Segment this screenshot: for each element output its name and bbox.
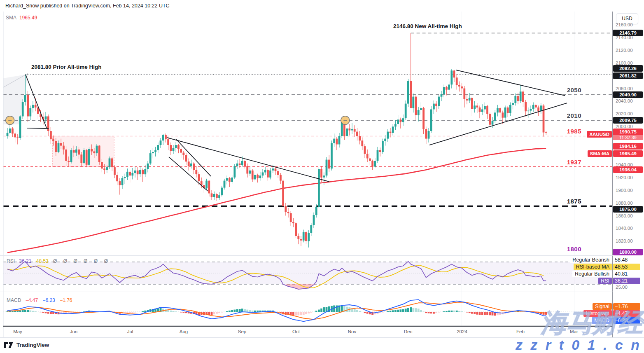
new-ath-annotation: 2146.80 New All-time High (393, 23, 462, 29)
macd-row-value-−6.23: −6.23 (613, 317, 640, 324)
rsi-row-value-40.81: 40.81 (613, 271, 640, 277)
rsi-row-label-regular-bearish: Regular Bearish (570, 257, 612, 263)
price-tick-1820: 1820.00 (616, 238, 633, 243)
price-badge-1965.49: 1965.49 (613, 150, 643, 157)
price-badge-2146.79: 2146.79 (613, 30, 643, 36)
tradingview-chart-page: Richard_Snow published on TradingView.co… (0, 0, 644, 353)
price-badge-1800.00: 1800.00 (613, 249, 643, 255)
macd-row-value-−1.76: −1.76 (613, 303, 640, 310)
price-tick-1880: 1880.00 (616, 201, 633, 206)
rsi-row-label-rsi-based-ma: RSI-based MA (574, 264, 612, 270)
time-label-Nov: Nov (348, 329, 356, 334)
rsi-ma-value: 48.53 (36, 258, 49, 264)
tradingview-logo[interactable]: TradingView (4, 341, 49, 348)
tradingview-logo-text: TradingView (16, 342, 49, 348)
time-label-Mar: Mar (570, 329, 578, 334)
price-tick-2160: 2160.00 (616, 22, 633, 27)
macd-row-value-−4.47: −4.47 (613, 310, 640, 317)
sma-legend-value: 1965.49 (19, 15, 37, 21)
macd-legend-title: MACD (7, 297, 21, 303)
price-badge-2082.26: 2082.26 (613, 65, 643, 72)
price-badge-1875.00: 1875.00 (613, 206, 643, 213)
price-tick-1900: 1900.00 (616, 188, 633, 193)
level-label-2050: 2050 (548, 86, 581, 94)
price-badge-2049.90: 2049.90 (613, 91, 643, 98)
macd-row-label-macd: MACD (592, 317, 612, 324)
price-tick-1840: 1840.00 (616, 226, 633, 231)
rsi-legend-title: RSI (7, 258, 15, 264)
price-badge-1990.75: 1990.7511:37:39 (613, 129, 643, 140)
price-tick-2060: 2060.00 (616, 86, 633, 91)
time-label-May: May (13, 329, 22, 334)
price-tick-2040: 2040.00 (616, 98, 633, 103)
rsi-tick-25: 25.00 (616, 285, 628, 290)
scale-chip-XAUUSD: XAUUSD (587, 131, 612, 138)
prior-ath-annotation: 2081.80 Prior All-time High (31, 64, 102, 70)
price-badge-2009.75: 2009.75 (613, 117, 643, 124)
price-tick-2120: 2120.00 (616, 48, 633, 53)
rsi-row-label-rsi: RSI (598, 278, 612, 284)
level-label-1937: 1937 (548, 159, 581, 166)
scale-chip-SMA:MA: SMA:MA (588, 150, 612, 157)
tradingview-logo-icon (4, 341, 14, 348)
time-label-Jul: Jul (127, 329, 133, 334)
price-badge-2081.82: 2081.82 (613, 72, 643, 79)
price-badge-1936.04: 1936.04 (613, 166, 643, 173)
macd-signal-value: −1.76 (60, 297, 72, 303)
price-tick-1920: 1920.00 (616, 175, 633, 180)
macd-legend: MACD −4.47 −6.23 −1.76 (7, 297, 72, 303)
time-label-2024: 2024 (457, 329, 467, 334)
level-label-1800: 1800 (548, 245, 581, 252)
time-label-Oct: Oct (292, 329, 300, 334)
time-label-Jun: Jun (70, 329, 78, 334)
price-tick-2020: 2020.00 (616, 111, 633, 116)
macd-hist-value: −4.47 (26, 297, 38, 303)
time-label-Sep: Sep (238, 329, 246, 334)
sma-legend-label: SMA (6, 15, 16, 21)
rsi-row-value-48.53: 48.53 (613, 264, 640, 270)
price-chart-canvas[interactable] (0, 0, 644, 353)
rsi-row-label-regular-bullish: Regular Bullish (572, 271, 612, 277)
time-label-Dec: Dec (404, 329, 412, 334)
macd-row-label-signal: Signal (593, 303, 612, 310)
level-label-1985: 1985 (548, 128, 581, 135)
macd-row-label-histogram: Histogram (583, 310, 612, 317)
level-label-2010: 2010 (548, 112, 581, 119)
price-badge-time: 11:37:39 (613, 135, 643, 140)
time-label-Aug: Aug (180, 329, 188, 334)
price-tick-1860: 1860.00 (616, 213, 633, 218)
level-label-1875: 1875 (548, 198, 581, 205)
rsi-row-value-36.21: 36.21 (613, 278, 640, 284)
macd-line-value: −6.23 (42, 297, 55, 303)
rsi-legend: RSI 36.21 48.53 Ø Ø Ø Ø Ø Ø (7, 258, 110, 264)
rsi-row-value-58.48: 58.48 (613, 257, 640, 263)
time-label-Feb: Feb (516, 329, 525, 334)
rsi-divergence-values: Ø Ø Ø Ø Ø Ø (53, 258, 110, 264)
rsi-value: 36.21 (19, 258, 31, 264)
price-badge-1984.16: 1984.16 (613, 143, 643, 150)
sma-legend: SMA1965.49 (6, 15, 37, 21)
